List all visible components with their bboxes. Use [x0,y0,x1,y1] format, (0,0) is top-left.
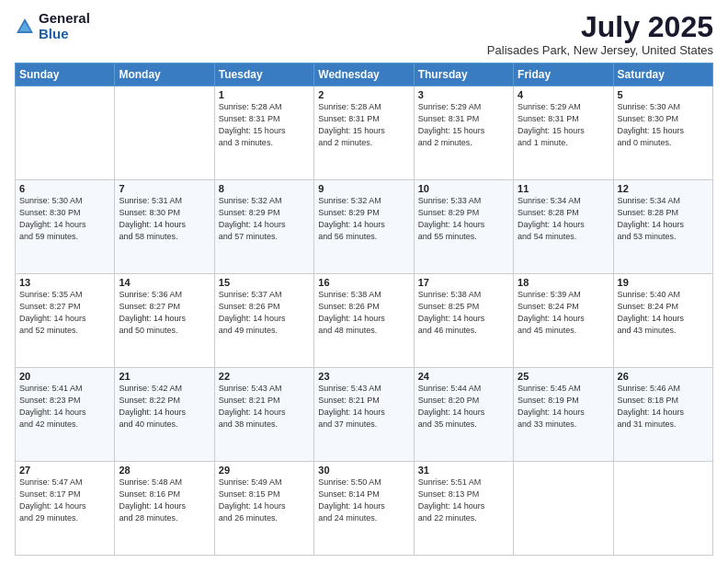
calendar-week-4: 27Sunrise: 5:47 AM Sunset: 8:17 PM Dayli… [16,462,713,556]
day-number: 11 [518,183,609,194]
day-info: Sunrise: 5:36 AM Sunset: 8:27 PM Dayligh… [119,289,210,337]
day-info: Sunrise: 5:43 AM Sunset: 8:21 PM Dayligh… [219,383,310,431]
day-info: Sunrise: 5:31 AM Sunset: 8:30 PM Dayligh… [119,195,210,243]
day-info: Sunrise: 5:33 AM Sunset: 8:29 PM Dayligh… [418,195,509,243]
day-number: 23 [318,371,409,382]
day-number: 22 [219,371,310,382]
day-number: 21 [119,371,210,382]
day-info: Sunrise: 5:34 AM Sunset: 8:28 PM Dayligh… [518,195,609,243]
day-info: Sunrise: 5:32 AM Sunset: 8:29 PM Dayligh… [318,195,409,243]
day-number: 18 [518,277,609,288]
day-info: Sunrise: 5:39 AM Sunset: 8:24 PM Dayligh… [518,289,609,337]
calendar-cell: 31Sunrise: 5:51 AM Sunset: 8:13 PM Dayli… [414,462,513,556]
logo-text: General Blue [39,11,90,41]
col-header-thursday: Thursday [414,63,513,86]
calendar-cell: 20Sunrise: 5:41 AM Sunset: 8:23 PM Dayli… [16,368,115,462]
calendar-cell: 26Sunrise: 5:46 AM Sunset: 8:18 PM Dayli… [613,368,712,462]
calendar-cell: 1Sunrise: 5:28 AM Sunset: 8:31 PM Daylig… [214,86,313,180]
col-header-wednesday: Wednesday [314,63,414,86]
logo-icon [15,17,35,37]
logo-blue: Blue [39,27,90,42]
calendar-cell: 22Sunrise: 5:43 AM Sunset: 8:21 PM Dayli… [214,368,313,462]
day-number: 20 [19,371,110,382]
day-info: Sunrise: 5:51 AM Sunset: 8:13 PM Dayligh… [418,477,509,524]
subtitle: Palisades Park, New Jersey, United State… [487,43,713,57]
day-info: Sunrise: 5:30 AM Sunset: 8:30 PM Dayligh… [618,101,709,149]
calendar-cell: 5Sunrise: 5:30 AM Sunset: 8:30 PM Daylig… [613,86,712,180]
calendar-cell: 12Sunrise: 5:34 AM Sunset: 8:28 PM Dayli… [613,180,712,274]
day-number: 26 [618,371,709,382]
calendar-cell [16,86,115,180]
day-info: Sunrise: 5:30 AM Sunset: 8:30 PM Dayligh… [19,195,110,243]
day-info: Sunrise: 5:29 AM Sunset: 8:31 PM Dayligh… [418,101,509,149]
calendar-cell: 19Sunrise: 5:40 AM Sunset: 8:24 PM Dayli… [613,274,712,368]
day-number: 29 [219,465,310,476]
day-info: Sunrise: 5:47 AM Sunset: 8:17 PM Dayligh… [19,477,110,524]
calendar-cell: 4Sunrise: 5:29 AM Sunset: 8:31 PM Daylig… [514,86,613,180]
calendar-cell: 10Sunrise: 5:33 AM Sunset: 8:29 PM Dayli… [414,180,513,274]
day-number: 27 [19,465,110,476]
col-header-saturday: Saturday [613,63,712,86]
main-title: July 2025 [487,11,713,43]
header: General Blue July 2025 Palisades Park, N… [15,11,713,57]
day-info: Sunrise: 5:28 AM Sunset: 8:31 PM Dayligh… [219,101,310,149]
day-info: Sunrise: 5:35 AM Sunset: 8:27 PM Dayligh… [19,289,110,337]
col-header-friday: Friday [514,63,613,86]
calendar-cell: 25Sunrise: 5:45 AM Sunset: 8:19 PM Dayli… [514,368,613,462]
calendar-cell: 13Sunrise: 5:35 AM Sunset: 8:27 PM Dayli… [16,274,115,368]
calendar-table: SundayMondayTuesdayWednesdayThursdayFrid… [15,63,713,556]
day-number: 9 [318,183,409,194]
day-info: Sunrise: 5:41 AM Sunset: 8:23 PM Dayligh… [19,383,110,431]
day-info: Sunrise: 5:29 AM Sunset: 8:31 PM Dayligh… [518,101,609,149]
day-number: 12 [618,183,709,194]
day-number: 1 [219,89,310,100]
calendar-cell: 16Sunrise: 5:38 AM Sunset: 8:26 PM Dayli… [314,274,414,368]
day-number: 19 [618,277,709,288]
col-header-monday: Monday [115,63,214,86]
calendar-week-0: 1Sunrise: 5:28 AM Sunset: 8:31 PM Daylig… [16,86,713,180]
calendar-header-row: SundayMondayTuesdayWednesdayThursdayFrid… [16,63,713,86]
title-block: July 2025 Palisades Park, New Jersey, Un… [487,11,713,57]
day-number: 25 [518,371,609,382]
day-number: 3 [418,89,509,100]
calendar-cell: 27Sunrise: 5:47 AM Sunset: 8:17 PM Dayli… [16,462,115,556]
logo: General Blue [15,11,90,41]
day-info: Sunrise: 5:34 AM Sunset: 8:28 PM Dayligh… [618,195,709,243]
calendar-cell: 18Sunrise: 5:39 AM Sunset: 8:24 PM Dayli… [514,274,613,368]
col-header-tuesday: Tuesday [214,63,313,86]
calendar-cell: 24Sunrise: 5:44 AM Sunset: 8:20 PM Dayli… [414,368,513,462]
day-info: Sunrise: 5:45 AM Sunset: 8:19 PM Dayligh… [518,383,609,431]
calendar-cell: 28Sunrise: 5:48 AM Sunset: 8:16 PM Dayli… [115,462,214,556]
calendar-cell: 8Sunrise: 5:32 AM Sunset: 8:29 PM Daylig… [214,180,313,274]
day-number: 15 [219,277,310,288]
calendar-cell: 15Sunrise: 5:37 AM Sunset: 8:26 PM Dayli… [214,274,313,368]
calendar-cell [613,462,712,556]
page: General Blue July 2025 Palisades Park, N… [0,0,728,563]
calendar-week-3: 20Sunrise: 5:41 AM Sunset: 8:23 PM Dayli… [16,368,713,462]
day-info: Sunrise: 5:32 AM Sunset: 8:29 PM Dayligh… [219,195,310,243]
day-number: 24 [418,371,509,382]
day-number: 5 [618,89,709,100]
calendar-cell: 7Sunrise: 5:31 AM Sunset: 8:30 PM Daylig… [115,180,214,274]
day-number: 6 [19,183,110,194]
calendar-cell: 9Sunrise: 5:32 AM Sunset: 8:29 PM Daylig… [314,180,414,274]
calendar-cell: 14Sunrise: 5:36 AM Sunset: 8:27 PM Dayli… [115,274,214,368]
calendar-cell: 23Sunrise: 5:43 AM Sunset: 8:21 PM Dayli… [314,368,414,462]
day-number: 17 [418,277,509,288]
calendar-cell [115,86,214,180]
day-info: Sunrise: 5:43 AM Sunset: 8:21 PM Dayligh… [318,383,409,431]
day-number: 13 [19,277,110,288]
day-number: 10 [418,183,509,194]
calendar-week-1: 6Sunrise: 5:30 AM Sunset: 8:30 PM Daylig… [16,180,713,274]
calendar-cell: 21Sunrise: 5:42 AM Sunset: 8:22 PM Dayli… [115,368,214,462]
day-info: Sunrise: 5:50 AM Sunset: 8:14 PM Dayligh… [318,477,409,524]
day-info: Sunrise: 5:49 AM Sunset: 8:15 PM Dayligh… [219,477,310,524]
day-info: Sunrise: 5:46 AM Sunset: 8:18 PM Dayligh… [618,383,709,431]
day-info: Sunrise: 5:42 AM Sunset: 8:22 PM Dayligh… [119,383,210,431]
day-number: 2 [318,89,409,100]
calendar-cell: 30Sunrise: 5:50 AM Sunset: 8:14 PM Dayli… [314,462,414,556]
calendar-week-2: 13Sunrise: 5:35 AM Sunset: 8:27 PM Dayli… [16,274,713,368]
calendar-cell: 2Sunrise: 5:28 AM Sunset: 8:31 PM Daylig… [314,86,414,180]
day-number: 28 [119,465,210,476]
day-number: 31 [418,465,509,476]
